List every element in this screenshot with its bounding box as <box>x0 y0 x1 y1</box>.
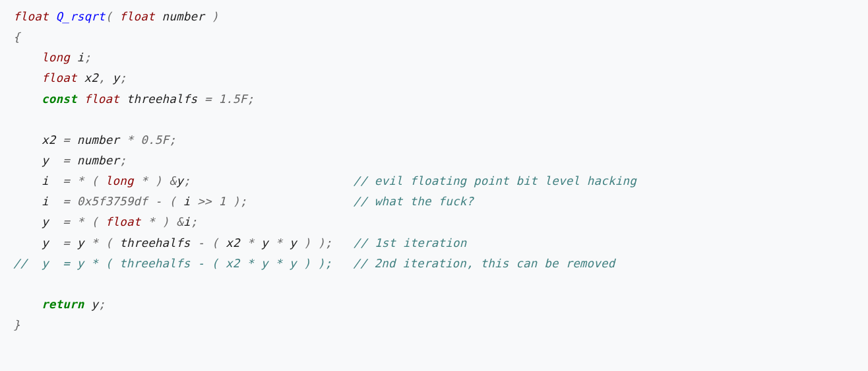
paren-close: ) <box>304 236 311 250</box>
op-eq: = <box>63 236 70 250</box>
comment: // evil floating point bit level hacking <box>354 174 636 187</box>
line-7: x2 = number * 0.5F; <box>13 133 176 147</box>
indent <box>13 51 42 64</box>
op-shift: >> <box>197 195 211 208</box>
var-threehalfs: threehalfs <box>119 236 190 250</box>
lhs-y: y <box>42 236 55 250</box>
rhs-number: number <box>77 154 119 167</box>
lhs-i: i <box>42 174 55 187</box>
type-long: long <box>106 174 134 187</box>
semicolon: ; <box>84 51 91 64</box>
hex-literal: 0x5f3759df <box>77 195 148 208</box>
paren-open: ( <box>169 195 176 208</box>
semicolon: ; <box>247 92 254 106</box>
literal-float: 1.5F <box>218 92 247 106</box>
function-name: Q_rsqrt <box>55 10 105 23</box>
paren-open: ( <box>212 236 219 250</box>
semicolon: ; <box>240 195 247 208</box>
semicolon: ; <box>325 236 332 250</box>
var-y: y <box>112 71 119 84</box>
op-star: * <box>91 236 98 250</box>
semicolon: ; <box>119 71 127 84</box>
indent <box>13 195 42 208</box>
pad <box>191 174 354 187</box>
op-amp: & <box>176 215 183 228</box>
var-y: y <box>176 174 183 187</box>
var-x2: x2 <box>84 71 98 84</box>
pad <box>332 236 354 250</box>
op-minus: - <box>155 195 162 208</box>
op-minus: - <box>197 236 204 250</box>
paren-close: ) <box>155 174 162 187</box>
line-4: float x2, y; <box>13 71 127 84</box>
code-block: float Q_rsqrt( float number ) { long i; … <box>0 0 868 342</box>
op-star: * <box>77 174 84 187</box>
indent <box>13 174 42 187</box>
keyword-const: const <box>42 92 77 106</box>
op-star: * <box>247 236 255 250</box>
type-float: float <box>106 215 141 228</box>
comment: // what the fuck? <box>354 195 474 208</box>
var-i: i <box>77 51 84 64</box>
var-y: y <box>261 236 268 250</box>
var-y: y <box>77 236 84 250</box>
paren-open: ( <box>91 215 98 228</box>
paren-close: ) <box>318 236 325 250</box>
keyword-return: return <box>42 298 84 311</box>
type-float: float <box>42 71 77 84</box>
brace-open: { <box>13 30 20 44</box>
semicolon: ; <box>98 298 106 311</box>
indent <box>13 236 42 250</box>
type-long: long <box>42 51 70 64</box>
line-5: const float threehalfs = 1.5F; <box>13 92 254 106</box>
indent <box>13 92 42 106</box>
op-eq: = <box>63 154 70 167</box>
commented-line: // y = y * ( threehalfs - ( x2 * y * y )… <box>13 257 615 270</box>
op-eq: = <box>63 215 70 228</box>
literal-float: 0.5F <box>140 133 169 147</box>
op-star: * <box>148 215 155 228</box>
semicolon: ; <box>169 133 176 147</box>
rhs-number: number <box>77 133 119 147</box>
var-y: y <box>91 298 98 311</box>
param-type: float <box>119 10 155 23</box>
op-eq: = <box>63 133 70 147</box>
op-star: * <box>77 215 84 228</box>
paren-close: ) <box>162 215 170 228</box>
semicolon: ; <box>119 154 127 167</box>
lhs-x2: x2 <box>42 133 55 147</box>
indent <box>13 215 42 228</box>
paren-open: ( <box>106 10 113 23</box>
paren-close: ) <box>233 195 240 208</box>
line-8: y = number; <box>13 154 127 167</box>
var-i: i <box>183 195 191 208</box>
param-name: number <box>162 10 204 23</box>
lhs-i: i <box>42 195 55 208</box>
op-eq: = <box>63 195 70 208</box>
var-y: y <box>290 236 297 250</box>
semicolon: ; <box>183 174 191 187</box>
op-star: * <box>140 174 148 187</box>
lhs-y: y <box>42 154 55 167</box>
op-eq: = <box>63 174 70 187</box>
op-star: * <box>276 236 283 250</box>
op-amp: & <box>169 174 176 187</box>
paren-open: ( <box>106 236 113 250</box>
lhs-y: y <box>42 215 55 228</box>
line-15: return y; <box>13 298 106 311</box>
line-3: long i; <box>13 51 91 64</box>
type-keyword: float <box>13 10 49 23</box>
indent <box>13 133 42 147</box>
line-1: float Q_rsqrt( float number ) <box>13 10 218 23</box>
pad <box>247 195 354 208</box>
var-threehalfs: threehalfs <box>127 92 197 106</box>
literal-int: 1 <box>219 195 226 208</box>
op-star: * <box>127 133 134 147</box>
indent <box>13 298 42 311</box>
line-9: i = * ( long * ) &y; // evil floating po… <box>13 174 636 187</box>
brace-close: } <box>13 318 20 331</box>
comment: // 1st iteration <box>354 236 467 250</box>
line-11: y = * ( float * ) &i; <box>13 215 197 228</box>
paren-close: ) <box>212 10 219 23</box>
indent <box>13 71 42 84</box>
